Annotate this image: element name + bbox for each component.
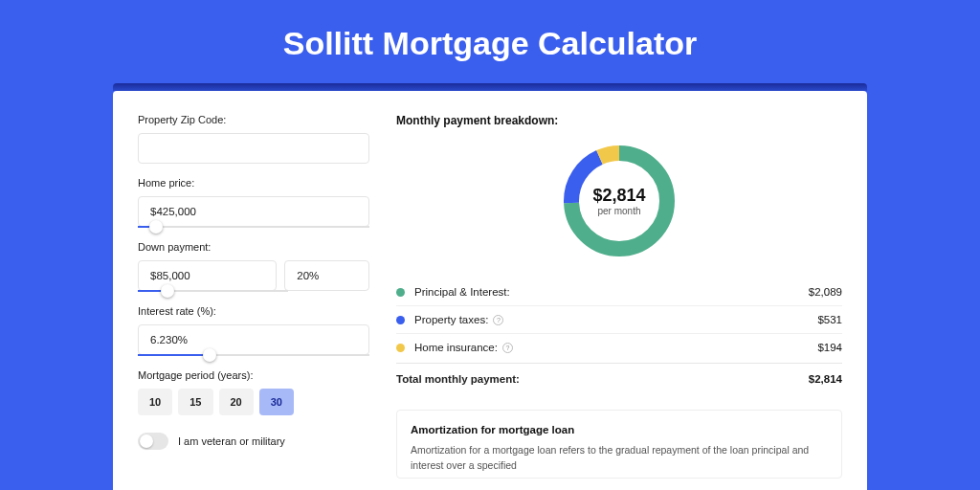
legend-value: $2,089 [809,286,842,298]
total-value: $2,814 [809,373,842,385]
card-top-shadow [113,83,867,91]
slider-thumb[interactable] [203,348,216,362]
veteran-row: I am veteran or military [138,433,369,450]
interest-input[interactable] [138,324,369,355]
zip-label: Property Zip Code: [138,114,369,125]
legend-label: Home insurance:? [414,342,817,353]
down-payment-percent-input[interactable] [284,260,369,291]
period-buttons: 10152030 [138,389,369,415]
period-btn-10[interactable]: 10 [138,389,172,415]
period-btn-20[interactable]: 20 [219,389,254,415]
period-btn-15[interactable]: 15 [178,389,212,415]
interest-slider[interactable] [138,354,369,356]
veteran-label: I am veteran or military [178,435,285,447]
inputs-panel: Property Zip Code: Home price: Down paym… [138,114,369,479]
slider-thumb[interactable] [149,220,163,234]
legend-row: Property taxes:?$531 [396,306,842,334]
toggle-knob [140,434,153,448]
help-icon[interactable]: ? [502,343,513,353]
down-payment-label: Down payment: [138,241,369,253]
legend-row: Home insurance:?$194 [396,334,842,361]
legend-value: $194 [817,342,842,353]
total-row: Total monthly payment: $2,814 [396,363,842,390]
donut-center-value: $2,814 [592,186,645,206]
legend-label: Principal & Interest: [414,286,809,298]
home-price-slider[interactable] [138,226,369,228]
legend-label: Property taxes:? [414,314,817,325]
breakdown-panel: Monthly payment breakdown: $2,814 per mo… [396,114,842,479]
home-price-group: Home price: [138,177,369,228]
donut-chart: $2,814 per month [559,141,679,261]
amortization-box: Amortization for mortgage loan Amortizat… [396,410,842,479]
legend-row: Principal & Interest:$2,089 [396,278,842,306]
period-label: Mortgage period (years): [138,369,369,381]
help-icon[interactable]: ? [493,315,503,325]
donut-center: $2,814 per month [559,141,679,261]
breakdown-title: Monthly payment breakdown: [396,114,842,127]
amortization-text: Amortization for a mortgage loan refers … [411,443,828,474]
home-price-input[interactable] [138,196,369,227]
down-payment-amount-input[interactable] [138,260,277,291]
down-payment-slider[interactable] [138,290,288,292]
interest-label: Interest rate (%): [138,305,369,317]
legend: Principal & Interest:$2,089Property taxe… [396,278,842,361]
total-label: Total monthly payment: [396,373,809,385]
donut-center-label: per month [597,206,640,216]
period-group: Mortgage period (years): 10152030 [138,369,369,415]
down-payment-group: Down payment: [138,241,369,292]
legend-swatch [396,288,405,297]
legend-value: $531 [817,314,842,325]
legend-swatch [396,344,405,352]
legend-swatch [396,316,405,324]
page-title: Sollitt Mortgage Calculator [0,0,980,83]
period-btn-30[interactable]: 30 [259,389,294,415]
veteran-toggle[interactable] [138,433,168,450]
donut-chart-wrap: $2,814 per month [396,141,842,261]
zip-group: Property Zip Code: [138,114,369,164]
home-price-label: Home price: [138,177,369,189]
slider-thumb[interactable] [161,284,174,298]
amortization-title: Amortization for mortgage loan [411,424,828,435]
zip-input[interactable] [138,133,369,164]
calculator-card: Property Zip Code: Home price: Down paym… [113,91,867,490]
interest-group: Interest rate (%): [138,305,369,356]
